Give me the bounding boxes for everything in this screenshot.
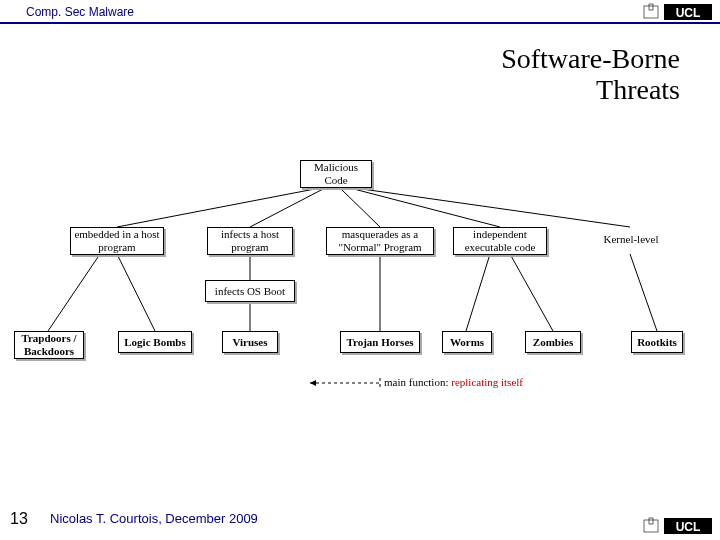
leaf-zombies: Zombies <box>525 331 581 353</box>
svg-line-8 <box>355 188 630 227</box>
leaf-trojan-horses: Trojan Horses <box>340 331 420 353</box>
leaf-viruses: Viruses <box>222 331 278 353</box>
node-masquerades: masquerades as a "Normal" Program <box>326 227 434 255</box>
leaf-trojan-horses-label: Trojan Horses <box>346 336 413 349</box>
node-infects: infects a host program <box>207 227 293 255</box>
node-infects-boot: infects OS Boot <box>205 280 295 302</box>
node-independent: independent executable code <box>453 227 547 255</box>
leaf-zombies-label: Zombies <box>533 336 573 349</box>
svg-line-14 <box>466 254 490 331</box>
ucl-logo-footer-icon: UCL <box>642 516 712 536</box>
leaf-rootkits-label: Rootkits <box>637 336 677 349</box>
replicating-note: main function: replicating itself <box>384 376 523 388</box>
node-independent-label: independent executable code <box>456 228 544 253</box>
leaf-logic-bombs-label: Logic Bombs <box>124 336 185 349</box>
svg-marker-18 <box>310 380 316 386</box>
svg-line-10 <box>117 254 155 331</box>
node-root-label: Malicious Code <box>303 161 369 186</box>
svg-line-7 <box>350 188 500 227</box>
leaf-rootkits: Rootkits <box>631 331 683 353</box>
svg-rect-23 <box>649 518 653 524</box>
svg-line-4 <box>117 188 320 227</box>
diagram-connectors <box>0 0 720 540</box>
node-infects-label: infects a host program <box>210 228 290 253</box>
node-embedded-label: embedded in a host program <box>73 228 161 253</box>
leaf-worms: Worms <box>442 331 492 353</box>
svg-line-16 <box>630 254 657 331</box>
page-number: 13 <box>10 510 28 528</box>
leaf-trapdoors-label: Trapdoors / Backdoors <box>17 332 81 357</box>
node-masquerades-label: masquerades as a "Normal" Program <box>329 228 431 253</box>
replicating-red: replicating itself <box>451 376 523 388</box>
node-root: Malicious Code <box>300 160 372 188</box>
leaf-trapdoors: Trapdoors / Backdoors <box>14 331 84 359</box>
svg-text:UCL: UCL <box>676 520 701 534</box>
node-embedded: embedded in a host program <box>70 227 164 255</box>
node-kernel: Kernel-level <box>596 233 666 245</box>
svg-rect-22 <box>644 520 658 532</box>
footer-text: Nicolas T. Courtois, December 2009 <box>50 511 258 526</box>
leaf-viruses-label: Viruses <box>232 336 267 349</box>
leaf-logic-bombs: Logic Bombs <box>118 331 192 353</box>
replicating-prefix: main function: <box>384 376 451 388</box>
leaf-worms-label: Worms <box>450 336 484 349</box>
node-kernel-label: Kernel-level <box>604 233 659 245</box>
node-infects-boot-label: infects OS Boot <box>215 285 285 298</box>
svg-line-15 <box>510 254 553 331</box>
svg-line-9 <box>48 254 100 331</box>
